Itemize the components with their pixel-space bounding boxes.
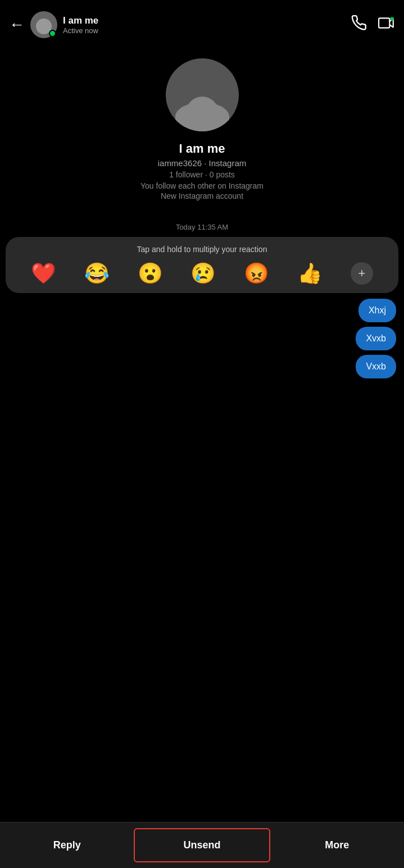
messages-area: Xhxj Xvxb Vxxb [0, 299, 404, 378]
message-bubble-2[interactable]: Xvxb [356, 327, 396, 350]
reply-button[interactable]: Reply [0, 823, 134, 868]
reaction-hint-text: Tap and hold to multiply your reaction [17, 245, 387, 254]
reaction-angry[interactable]: 😡 [244, 262, 269, 285]
svg-rect-0 [379, 18, 389, 28]
header-name-wrap: I am me Active now [63, 15, 351, 35]
contact-name: I am me [63, 15, 351, 26]
bottom-action-bar: Reply Unsend More [0, 822, 404, 868]
more-button[interactable]: More [270, 823, 404, 868]
header-actions [351, 15, 395, 35]
reaction-wow[interactable]: 😮 [138, 262, 163, 285]
reaction-more-button[interactable]: + [351, 262, 373, 285]
message-bubble-1[interactable]: Xhxj [358, 299, 396, 322]
back-button[interactable]: ← [9, 16, 25, 34]
profile-new-account: New Instagram account [161, 191, 243, 200]
reaction-tooltip: Tap and hold to multiply your reaction ❤… [6, 237, 398, 293]
contact-status: Active now [63, 26, 351, 35]
profile-avatar-body [175, 102, 229, 131]
unsend-button[interactable]: Unsend [134, 828, 270, 862]
chat-header: ← I am me Active now [0, 0, 404, 45]
svg-point-1 [390, 17, 393, 20]
message-timestamp: Today 11:35 AM [0, 223, 404, 231]
call-button[interactable] [351, 15, 367, 35]
reaction-cry[interactable]: 😢 [190, 262, 216, 285]
profile-name: I am me [179, 141, 225, 156]
video-call-button[interactable] [378, 15, 395, 35]
reaction-laugh[interactable]: 😂 [84, 262, 110, 285]
active-indicator [49, 30, 56, 37]
profile-stats: 1 follower · 0 posts [169, 170, 235, 179]
profile-section: I am me iamme3626 · Instagram 1 follower… [0, 45, 404, 212]
reaction-emojis-row: ❤️ 😂 😮 😢 😡 👍 + [17, 262, 387, 285]
profile-avatar [166, 58, 239, 131]
message-bubble-3[interactable]: Vxxb [356, 355, 396, 378]
reaction-heart[interactable]: ❤️ [31, 262, 56, 285]
avatar-wrap [30, 11, 57, 38]
profile-username: iamme3626 · Instagram [158, 158, 247, 168]
profile-follow: You follow each other on Instagram [140, 181, 264, 190]
reaction-thumbsup[interactable]: 👍 [297, 262, 323, 285]
